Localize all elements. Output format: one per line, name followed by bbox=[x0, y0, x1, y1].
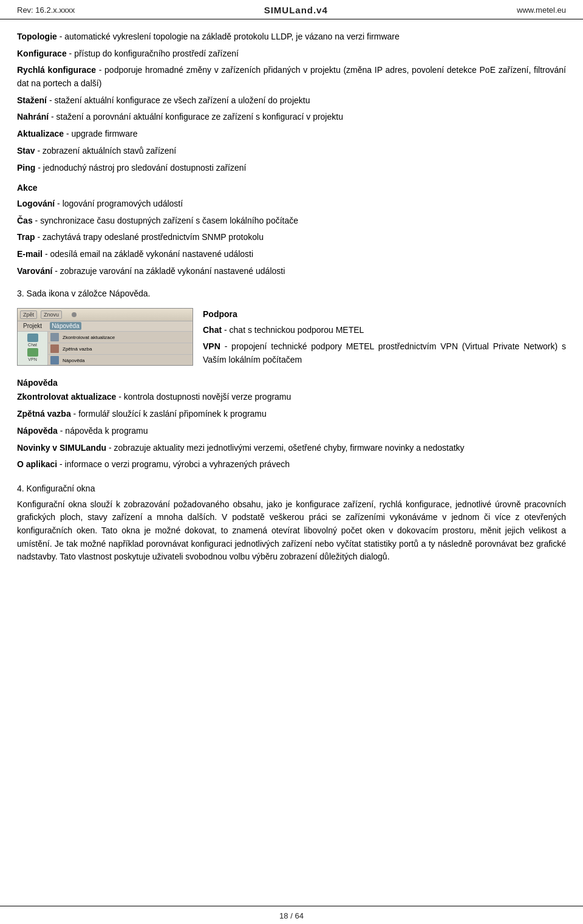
section4-text: Konfigurační okna slouží k zobrazování p… bbox=[17, 498, 566, 564]
stazeni-text: - stažení aktuální konfigurace ze všech … bbox=[47, 95, 310, 105]
konfigurace-para: Konfigurace - přístup do konfiguračního … bbox=[17, 47, 566, 61]
ss-sidebar: Chat VPN bbox=[18, 332, 48, 365]
stazeni-para: Stažení - stažení aktuální konfigurace z… bbox=[17, 94, 566, 108]
nahrani-label: Nahrání bbox=[17, 112, 49, 121]
ss-chat-icon-item: Chat bbox=[27, 334, 38, 347]
zkontrolovat-text: - kontrola dostupnosti novější verze pro… bbox=[116, 392, 291, 402]
zpetna-label: Zpětná vazba bbox=[17, 409, 71, 419]
zpetna-para: Zpětná vazba - formulář sloužící k zaslá… bbox=[17, 408, 566, 421]
aplikaci-text: - informace o verzi programu, výrobci a … bbox=[57, 459, 290, 469]
napoveda-item-label: Nápověda bbox=[17, 426, 58, 436]
ss-nap-icon-3 bbox=[50, 356, 59, 364]
varovani-text: - zobrazuje varování na základě vykonání… bbox=[52, 266, 285, 276]
konfigurace-label: Konfigurace bbox=[17, 49, 67, 58]
chat-label: Chat bbox=[203, 325, 222, 335]
rychla-para: Rychlá konfigurace - podporuje hromadné … bbox=[17, 64, 566, 90]
ss-chat-label: Chat bbox=[28, 343, 37, 347]
email-para: E-mail - odesílá email na základě vykoná… bbox=[17, 248, 566, 261]
footer: 18 / 64 bbox=[0, 906, 583, 924]
ss-vpn-icon bbox=[27, 348, 38, 357]
logovani-text: - logování programových událostí bbox=[55, 199, 183, 208]
ss-nap-icon-1 bbox=[50, 333, 59, 341]
nahrani-text: - stažení a porovnání aktuální konfigura… bbox=[49, 112, 343, 121]
ss-forward-btn[interactable]: Znovu bbox=[41, 310, 62, 319]
ss-back-btn[interactable]: Zpět bbox=[20, 310, 37, 319]
ping-para: Ping - jednoduchý nástroj pro sledování … bbox=[17, 162, 566, 175]
napoveda-item-para: Nápověda - nápověda k programu bbox=[17, 425, 566, 438]
cas-label: Čas bbox=[17, 216, 33, 225]
chat-text: - chat s technickou podporou METEL bbox=[222, 325, 364, 335]
topologie-para: Topologie - automatické vykreslení topol… bbox=[17, 30, 566, 44]
header-title: SIMULand.v4 bbox=[264, 5, 328, 15]
stav-text: - zobrazení aktuálních stavů zařízení bbox=[35, 146, 177, 156]
napoveda-heading-label: Nápověda bbox=[17, 378, 58, 388]
ss-nap-bar-3: Nápověda bbox=[48, 355, 193, 366]
varovani-para: Varování - zobrazuje varování na základě… bbox=[17, 265, 566, 278]
rychla-text: - podporuje hromadné změny v zařízeních … bbox=[17, 65, 566, 88]
vpn-para: VPN - propojení technické podpory METEL … bbox=[203, 340, 566, 366]
section3-heading: 3. Sada ikona v záložce Nápověda. bbox=[17, 287, 566, 301]
ss-nap-text-1: Zkontrolovat aktualizace bbox=[63, 335, 115, 340]
topologie-text: - automatické vykreslení topologie na zá… bbox=[57, 32, 400, 41]
aktualizace-para: Aktualizace - upgrade firmware bbox=[17, 128, 566, 141]
ss-menu-projekt[interactable]: Projekt bbox=[21, 322, 44, 330]
header-url: www.metel.eu bbox=[517, 5, 566, 15]
aktualizace-text: - upgrade firmware bbox=[64, 129, 137, 139]
cas-text: - synchronizace času dostupných zařízení… bbox=[33, 216, 298, 225]
ss-nap-bar-2: Zpětná vazba bbox=[48, 343, 193, 355]
ping-label: Ping bbox=[17, 163, 35, 173]
page: Rev: 16.2.x.xxxx SIMULand.v4 www.metel.e… bbox=[0, 0, 583, 924]
ss-chat-icon bbox=[27, 334, 38, 342]
ss-nap-text-3: Nápověda bbox=[63, 358, 84, 363]
napoveda-heading: Nápověda bbox=[17, 377, 566, 390]
aktualizace-label: Aktualizace bbox=[17, 129, 64, 139]
section4-heading: 4. Konfigurační okna bbox=[17, 482, 566, 496]
napoveda-section: Nápověda Zkontrolovat aktualizace - kont… bbox=[17, 377, 566, 471]
cas-para: Čas - synchronizace času dostupných zaří… bbox=[17, 214, 566, 228]
novinky-para: Novinky v SIMULandu - zobrazuje aktualit… bbox=[17, 442, 566, 455]
aplikaci-label: O aplikaci bbox=[17, 459, 57, 469]
napoveda-item-text: - nápověda k programu bbox=[58, 426, 148, 436]
akce-heading: Akce bbox=[17, 182, 566, 195]
main-content: Topologie - automatické vykreslení topol… bbox=[0, 19, 583, 906]
zpetna-text: - formulář sloužící k zaslání připomínek… bbox=[71, 409, 267, 419]
zkontrolovat-para: Zkontrolovat aktualizace - kontrola dost… bbox=[17, 391, 566, 404]
trap-text: - zachytává trapy odeslané prostřednictv… bbox=[35, 232, 264, 242]
vpn-label: VPN bbox=[203, 341, 220, 351]
varovani-label: Varování bbox=[17, 266, 52, 276]
ss-vpn-label: VPN bbox=[28, 357, 36, 361]
stav-para: Stav - zobrazení aktuálních stavů zaříze… bbox=[17, 145, 566, 158]
rychla-label: Rychlá konfigurace bbox=[17, 65, 96, 75]
logovani-para: Logování - logování programových událost… bbox=[17, 197, 566, 211]
podpora-heading: Podpora bbox=[203, 308, 566, 321]
nahrani-para: Nahrání - stažení a porovnání aktuální k… bbox=[17, 111, 566, 124]
ping-text: - jednoduchý nástroj pro sledování dostu… bbox=[35, 163, 246, 173]
stazeni-label: Stažení bbox=[17, 95, 47, 105]
podpora-label: Podpora bbox=[203, 309, 237, 319]
ss-main-col: Zkontrolovat aktualizace Zpětná vazba Ná… bbox=[48, 332, 193, 365]
zkontrolovat-label: Zkontrolovat aktualizace bbox=[17, 392, 116, 402]
ss-nap-icon-2 bbox=[50, 344, 59, 353]
email-text: - odesílá email na základě vykonání nast… bbox=[43, 249, 253, 259]
screenshot-text-block: Podpora Chat - chat s technickou podporo… bbox=[203, 308, 566, 371]
email-label: E-mail bbox=[17, 249, 43, 259]
novinky-text: - zobrazuje aktuality mezi jednotlivými … bbox=[106, 443, 465, 453]
chat-para: Chat - chat s technickou podporou METEL bbox=[203, 324, 566, 337]
stav-label: Stav bbox=[17, 146, 35, 156]
vpn-text: - propojení technické podpory METEL pros… bbox=[203, 341, 566, 364]
screenshot-block: Zpět Znovu Projekt Nápověda Ch bbox=[17, 308, 566, 371]
ss-vpn-icon-item: VPN bbox=[27, 348, 38, 361]
konfigurace-text: - přístup do konfiguračního prostředí za… bbox=[67, 49, 239, 58]
ss-nap-bar: Zkontrolovat aktualizace bbox=[48, 332, 193, 343]
ss-content-row: Chat VPN Zkontrolovat aktualizace bbox=[18, 332, 193, 365]
logovani-label: Logování bbox=[17, 199, 55, 208]
ss-menu-napoveda[interactable]: Nápověda bbox=[50, 322, 81, 330]
trap-label: Trap bbox=[17, 232, 35, 242]
topologie-label: Topologie bbox=[17, 32, 57, 41]
ss-menu-bar: Projekt Nápověda bbox=[18, 321, 193, 332]
header: Rev: 16.2.x.xxxx SIMULand.v4 www.metel.e… bbox=[0, 0, 583, 19]
novinky-label: Novinky v SIMULandu bbox=[17, 443, 106, 453]
header-revision: Rev: 16.2.x.xxxx bbox=[17, 5, 75, 15]
ss-nap-text-2: Zpětná vazba bbox=[63, 346, 92, 352]
ss-dot-icon bbox=[72, 312, 77, 317]
